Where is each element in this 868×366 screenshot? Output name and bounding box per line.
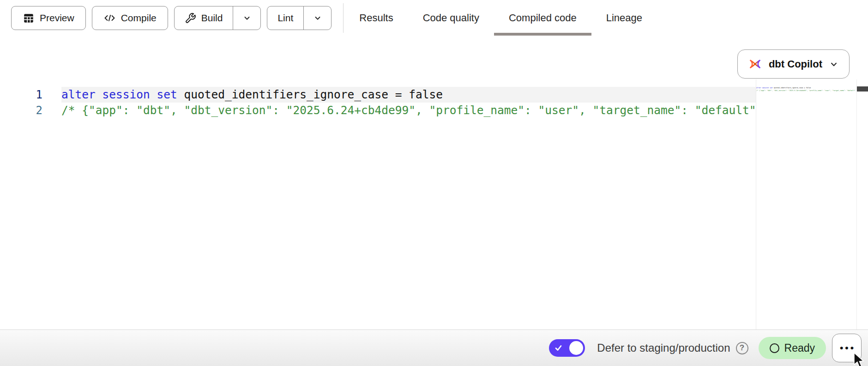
chevron-down-icon bbox=[829, 59, 839, 69]
dbt-copilot-label: dbt Copilot bbox=[769, 58, 822, 70]
mouse-cursor bbox=[851, 352, 867, 366]
active-tab-underline bbox=[494, 33, 591, 36]
help-icon[interactable]: ? bbox=[736, 342, 748, 354]
compiled-code-editor: 1 2 alter session set quoted_identifiers… bbox=[0, 79, 868, 329]
build-button[interactable]: Build bbox=[175, 6, 233, 30]
build-button-label: Build bbox=[201, 12, 223, 24]
build-dropdown-button[interactable] bbox=[233, 6, 260, 30]
compile-button[interactable]: Compile bbox=[92, 6, 168, 30]
build-split-button: Build bbox=[174, 6, 261, 30]
toolbar: Preview Compile Build bbox=[0, 0, 868, 36]
tab-lineage[interactable]: Lineage bbox=[591, 0, 657, 36]
dbt-ide-window: Preview Compile Build bbox=[0, 0, 868, 366]
tab-results-label: Results bbox=[359, 12, 393, 24]
line-number-gutter: 1 2 bbox=[0, 79, 61, 329]
lint-button-label: Lint bbox=[277, 12, 293, 24]
defer-label: Defer to staging/production bbox=[597, 342, 730, 354]
sql-keyword: alter session set bbox=[61, 88, 177, 101]
lint-button[interactable]: Lint bbox=[267, 6, 303, 30]
dbt-copilot-button[interactable]: dbt Copilot bbox=[737, 49, 850, 79]
toggle-knob bbox=[569, 341, 583, 355]
status-badge-label: Ready bbox=[784, 342, 815, 354]
tab-code-quality-label: Code quality bbox=[423, 12, 479, 24]
status-circle-icon bbox=[770, 343, 779, 353]
tab-results[interactable]: Results bbox=[344, 0, 408, 36]
code-content[interactable]: alter session set quoted_identifiers_ign… bbox=[61, 79, 756, 329]
check-icon bbox=[554, 344, 563, 352]
minimap-line: /* {"app": "dbt", "dbt_version": "2025.6… bbox=[756, 89, 856, 92]
help-glyph: ? bbox=[740, 343, 744, 353]
code-line-2[interactable]: /* {"app": "dbt", "dbt_version": "2025.6… bbox=[61, 103, 756, 118]
scrollbar-thumb[interactable] bbox=[857, 86, 868, 92]
status-badge[interactable]: Ready bbox=[759, 337, 826, 359]
chevron-down-icon bbox=[313, 13, 322, 23]
tab-lineage-label: Lineage bbox=[606, 12, 642, 24]
preview-button[interactable]: Preview bbox=[11, 6, 86, 30]
sql-text: quoted_identifiers_ignore_case = false bbox=[177, 88, 443, 101]
editor-scrollbar[interactable] bbox=[856, 79, 868, 329]
tab-code-quality[interactable]: Code quality bbox=[408, 0, 494, 36]
table-icon bbox=[23, 12, 35, 24]
tab-compiled-code-label: Compiled code bbox=[509, 12, 577, 24]
line-number: 1 bbox=[0, 87, 42, 103]
line-number: 2 bbox=[0, 103, 42, 118]
tab-compiled-code[interactable]: Compiled code bbox=[494, 0, 591, 36]
editor-header: dbt Copilot bbox=[0, 36, 868, 79]
code-brackets-icon bbox=[103, 12, 116, 24]
result-tabs: Results Code quality Compiled code Linea… bbox=[344, 0, 657, 36]
preview-button-label: Preview bbox=[40, 12, 74, 24]
wrench-icon bbox=[185, 12, 196, 24]
code-line-1[interactable]: alter session set quoted_identifiers_ign… bbox=[61, 87, 756, 103]
editor-minimap[interactable]: alter session set quoted_identifiers_ign… bbox=[756, 79, 856, 329]
lint-dropdown-button[interactable] bbox=[303, 6, 331, 30]
chevron-down-icon bbox=[242, 13, 252, 23]
defer-toggle[interactable] bbox=[549, 339, 585, 357]
toolbar-divider bbox=[343, 3, 344, 33]
status-bar: Defer to staging/production ? Ready ••• bbox=[0, 329, 868, 366]
sql-comment: /* {"app": "dbt", "dbt_version": "2025.6… bbox=[61, 104, 756, 117]
dbt-copilot-logo-icon bbox=[748, 57, 762, 71]
compile-button-label: Compile bbox=[121, 12, 157, 24]
lint-split-button: Lint bbox=[267, 6, 332, 30]
